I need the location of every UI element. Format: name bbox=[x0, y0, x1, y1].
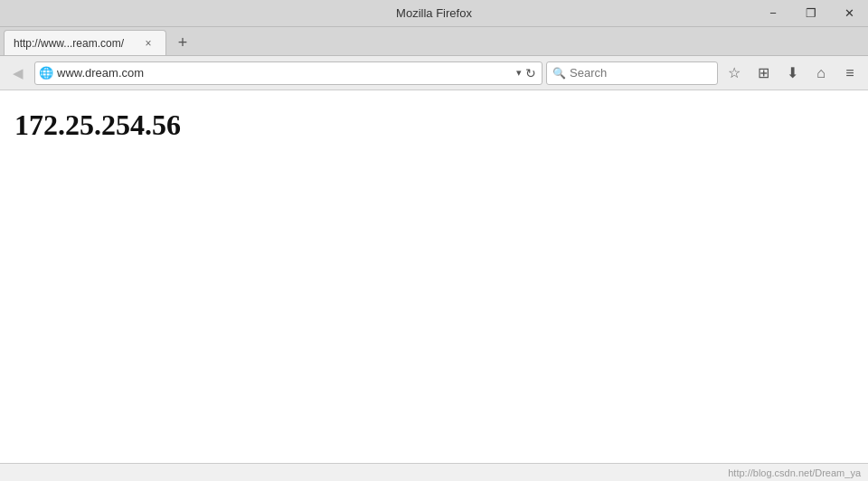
back-button[interactable]: ◀ bbox=[5, 61, 31, 86]
search-icon: 🔍 bbox=[552, 67, 566, 80]
restore-button[interactable]: ❐ bbox=[792, 0, 830, 26]
download-button[interactable]: ⬇ bbox=[779, 61, 805, 86]
page-content: 172.25.254.56 http://blog.csdn.net/Dream… bbox=[0, 90, 868, 481]
address-input[interactable] bbox=[57, 66, 514, 80]
minimize-button[interactable]: − bbox=[754, 0, 792, 26]
window-title: Mozilla Firefox bbox=[396, 6, 472, 20]
tab-close-button[interactable]: × bbox=[140, 35, 156, 52]
close-button[interactable]: ✕ bbox=[830, 0, 868, 26]
new-tab-button[interactable]: + bbox=[170, 30, 195, 55]
status-bar: http://blog.csdn.net/Dream_ya bbox=[0, 463, 868, 481]
search-bar[interactable]: 🔍 bbox=[546, 61, 718, 85]
refresh-button[interactable]: ↻ bbox=[524, 66, 538, 80]
tab-bar: http://www...ream.com/ × + bbox=[0, 27, 868, 56]
address-bar[interactable]: 🌐 ▾ ↻ bbox=[34, 61, 542, 85]
bookmark-star-button[interactable]: ☆ bbox=[722, 61, 747, 86]
globe-icon: 🌐 bbox=[39, 66, 53, 80]
menu-button[interactable]: ≡ bbox=[837, 61, 863, 86]
address-dropdown-icon[interactable]: ▾ bbox=[514, 67, 524, 79]
tab-label: http://www...ream.com/ bbox=[14, 37, 137, 50]
ip-address-text: 172.25.254.56 bbox=[14, 108, 181, 141]
bookmark-list-button[interactable]: ⊞ bbox=[750, 61, 776, 86]
title-bar: Mozilla Firefox − ❐ ✕ bbox=[0, 0, 868, 27]
home-button[interactable]: ⌂ bbox=[808, 61, 834, 86]
active-tab[interactable]: http://www...ream.com/ × bbox=[4, 30, 166, 55]
title-bar-controls: − ❐ ✕ bbox=[754, 0, 868, 26]
watermark-text: http://blog.csdn.net/Dream_ya bbox=[728, 467, 861, 478]
nav-bar: ◀ 🌐 ▾ ↻ 🔍 ☆ ⊞ ⬇ ⌂ ≡ bbox=[0, 56, 868, 90]
search-input[interactable] bbox=[570, 66, 696, 80]
